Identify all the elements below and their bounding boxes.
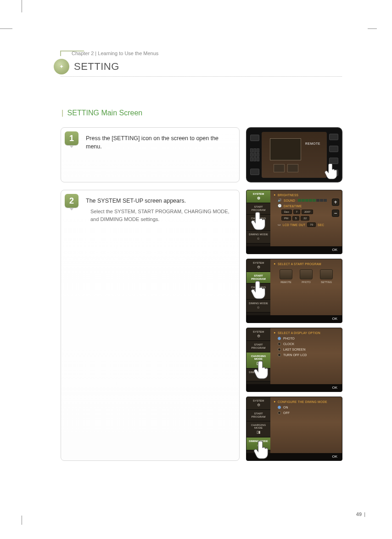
tab-diming-mode: DIMING MODE☼: [246, 300, 270, 312]
title-row: SETTING: [61, 59, 342, 77]
program-option: PHOTO: [298, 269, 314, 284]
device-button: [329, 170, 338, 176]
lcdtimeout-unit: SEC: [318, 223, 324, 227]
radio-icon: [278, 353, 281, 357]
chapter-line: Chapter 2 | Learning to Use the Menus: [72, 51, 342, 56]
plus-button: +: [332, 199, 339, 206]
tab-system: SYSTEM⚙: [246, 259, 270, 272]
device-button: [329, 134, 338, 140]
device-right-buttons: [329, 132, 339, 178]
device-button: [329, 158, 338, 164]
option-row: CLOCK: [278, 342, 338, 346]
tab-start-program: START PROGRAM: [246, 410, 270, 421]
lcdtimeout-value: 70: [307, 222, 316, 227]
screen-frame: [270, 138, 301, 160]
ok-bar: OK: [246, 315, 342, 323]
tab-system: SYSTEM⚙: [246, 397, 270, 410]
program-options: REMOTE PHOTO SETTING: [274, 269, 338, 284]
sound-bar: [298, 199, 327, 202]
setup-screen-system: SYSTEM⚙ START PROGRAM CHARGING MODE▯▮ DI…: [246, 190, 342, 254]
date-month: Dec: [281, 210, 292, 214]
setup-panel: ▸BRIGHTNESS 🔊SOUND 🕒DATE&TIME Dec 7 2007…: [270, 190, 342, 254]
clock-icon: 🕒: [278, 204, 282, 208]
step-card-2: 2 The SYSTEM SET-UP screen appears. Sele…: [61, 190, 240, 461]
section-bar-icon: |: [62, 109, 63, 117]
option-row: ON: [278, 406, 338, 409]
pointing-hand-icon: [253, 359, 271, 380]
page-title: SETTING: [74, 61, 119, 73]
setting-header-icon: [54, 59, 69, 74]
crop-mark: [22, 516, 22, 525]
tab-start-program: START PROGRAM: [246, 341, 270, 352]
step-number-badge: 2: [65, 194, 78, 208]
program-option: REMOTE: [278, 269, 294, 284]
charging-header: SELECT A DISPLAY OPTION: [278, 331, 320, 335]
setup-screens-column: SYSTEM⚙ START PROGRAM CHARGING MODE▯▮ DI…: [246, 190, 342, 461]
device-left-buttons: [250, 132, 260, 178]
device-button: [329, 146, 338, 152]
program-option: SETTING: [319, 269, 334, 284]
content-grid: 1 Press the [SETTING] icon on the screen…: [61, 127, 342, 461]
radio-icon: [278, 337, 281, 340]
time-hour: 5: [292, 216, 299, 221]
tab-charging-mode: CHARGING MODE▯▮: [246, 421, 270, 437]
lcdtimeout-label: LCD TIME OUT: [283, 223, 305, 227]
screen-thumb: [287, 164, 298, 172]
step-card-1: 1 Press the [SETTING] icon on the screen…: [61, 127, 240, 182]
datetime-label: DATE&TIME: [284, 204, 302, 208]
setup-panel: ▸SELECT A START PROGRAM REMOTE PHOTO SET…: [270, 259, 342, 323]
radio-icon: [278, 411, 281, 414]
device-button: [250, 169, 259, 175]
radio-icon: [278, 406, 281, 409]
option-row: OFF: [278, 411, 338, 414]
setup-screen-charging-mode: SYSTEM⚙ START PROGRAM CHARGING MODE▯▮ DI…: [246, 328, 342, 392]
minus-button: −: [332, 210, 339, 217]
pointing-hand-icon: [250, 210, 269, 232]
section-heading-text: SETTING Main Screen: [67, 109, 143, 117]
section-heading: | SETTING Main Screen: [62, 109, 342, 117]
timer-icon: ▭: [278, 223, 281, 227]
brightness-label: BRIGHTNESS: [278, 193, 298, 197]
option-row: PHOTO: [278, 337, 338, 340]
device-dpad: [250, 148, 259, 161]
setup-screen-diming-mode: SYSTEM⚙ START PROGRAM CHARGING MODE▯▮ DI…: [246, 397, 342, 461]
time-min: 22: [301, 216, 309, 221]
tab-system: SYSTEM⚙: [246, 328, 270, 341]
screen-thumb: [274, 164, 285, 172]
pointing-hand-icon: [250, 279, 269, 301]
sound-label: SOUND: [284, 199, 295, 202]
setup-panel: ▸CONFIGURE THE DIMING MODE ON OFF: [270, 397, 342, 460]
step-2-subtext: Select the SYSTEM, START PROGRAM, CHARGI…: [90, 208, 232, 223]
sound-icon: 🔊: [278, 199, 282, 202]
radio-icon: [278, 348, 281, 351]
date-day: 7: [293, 210, 300, 214]
device-button: [250, 135, 259, 141]
step-number-badge: 1: [65, 131, 78, 145]
pointing-hand-icon: [253, 439, 271, 460]
crop-mark: [0, 28, 12, 29]
option-row: LAST SCREEN: [278, 348, 338, 351]
radio-icon: [278, 342, 281, 346]
diming-header: CONFIGURE THE DIMING MODE: [278, 400, 327, 403]
option-row: TURN OFF LCD: [278, 353, 338, 357]
header-rule-stub: [60, 51, 84, 56]
ok-bar: OK: [246, 384, 342, 391]
start-program-header: SELECT A START PROGRAM: [278, 262, 321, 266]
step-1-text: Press the [SETTING] icon on the screen t…: [86, 134, 232, 151]
setup-screen-start-program: SYSTEM⚙ START PROGRAM CHARGING MODE▯▮ DI…: [246, 259, 342, 323]
ok-bar: OK: [246, 246, 342, 254]
page-number: 49 |: [356, 511, 365, 517]
tab-diming-mode: DIMING MODE☼: [246, 231, 270, 244]
setup-panel: ▸SELECT A DISPLAY OPTION PHOTO CLOCK LAS…: [270, 328, 342, 391]
date-year: 2007: [302, 210, 313, 214]
time-ampm: PM: [281, 216, 291, 221]
device-screen: REMOTE: [262, 132, 327, 178]
page: Chapter 2 | Learning to Use the Menus SE…: [22, 0, 370, 479]
device-mockup: REMOTE: [246, 127, 342, 182]
step-2-text: The SYSTEM SET-UP screen appears.: [86, 197, 232, 205]
tab-system: SYSTEM⚙: [246, 190, 270, 203]
screen-remote-label: REMOTE: [305, 142, 320, 145]
